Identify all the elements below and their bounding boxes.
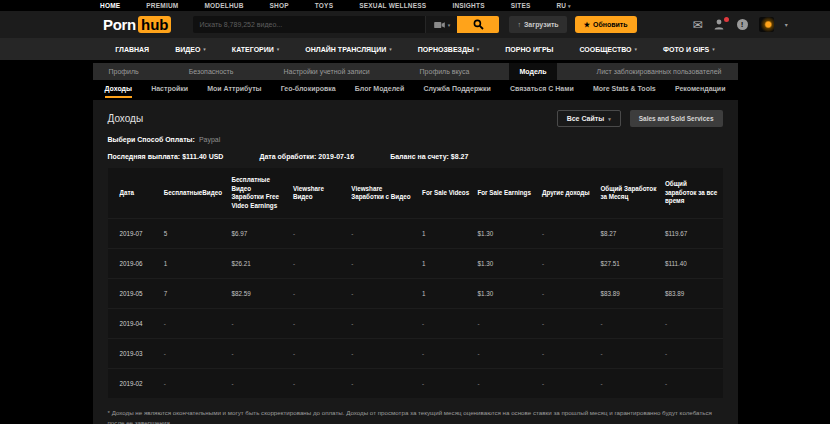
earnings-cell: 7 bbox=[160, 279, 228, 309]
stat-value: $8.27 bbox=[451, 153, 469, 160]
payment-stats-row: Последняя выплата:$111.40 USDДата обрабо… bbox=[108, 153, 723, 160]
earnings-cell: $83.89 bbox=[596, 279, 661, 309]
settings-tab-безопасность[interactable]: Безопасность bbox=[179, 63, 244, 80]
earnings-cell: - bbox=[347, 219, 418, 249]
earnings-cell: - bbox=[418, 339, 473, 369]
earnings-cell: - bbox=[160, 339, 228, 369]
earnings-cell: 1 bbox=[160, 249, 228, 279]
topbar-link-toys[interactable]: TOYS bbox=[315, 2, 333, 9]
earnings-cell: $1.30 bbox=[473, 279, 538, 309]
info-icon[interactable]: ! bbox=[737, 19, 748, 30]
column-header-2: Бесплатные Видео Заработки Free Video Ea… bbox=[227, 168, 289, 219]
chevron-down-icon: ▾ bbox=[608, 116, 611, 122]
model-tabs: ДоходыНастройкиМои АттрибутыГео-блокиров… bbox=[93, 81, 738, 98]
topbar-link-premium[interactable]: PREMIUM bbox=[146, 2, 178, 9]
earnings-cell: - bbox=[227, 339, 289, 369]
topbar-link-home[interactable]: HOME bbox=[100, 2, 120, 9]
earnings-cell: - bbox=[418, 309, 473, 339]
earnings-cell: - bbox=[289, 219, 347, 249]
search-bar: ▾ bbox=[193, 16, 499, 33]
topbar-link-modelhub[interactable]: MODELHUB bbox=[204, 2, 243, 9]
search-input[interactable] bbox=[193, 16, 425, 33]
table-header-row: ДатаБесплатныеВидеоБесплатные Видео Зара… bbox=[108, 168, 723, 219]
earnings-cell: - bbox=[596, 369, 661, 399]
model-tab-гео-блокировка[interactable]: Гео-блокировка bbox=[281, 81, 336, 98]
chevron-down-icon: ▾ bbox=[203, 46, 206, 52]
logo[interactable]: Porn hub bbox=[103, 16, 171, 33]
search-type-dropdown[interactable]: ▾ bbox=[425, 16, 457, 33]
nav-item-видео[interactable]: ВИДЕО▾ bbox=[175, 46, 206, 53]
upgrade-button[interactable]: ★ Обновить bbox=[575, 16, 637, 33]
settings-tab-модель[interactable]: Модель bbox=[509, 63, 556, 80]
topbar-link-sexual-wellness[interactable]: SEXUAL WELLNESS bbox=[359, 2, 426, 9]
earnings-panel: Доходы Все Сайты ▾ Sales and Sold Servic… bbox=[93, 100, 738, 424]
chevron-down-icon: ▾ bbox=[568, 3, 571, 9]
panel-header: Доходы Все Сайты ▾ Sales and Sold Servic… bbox=[108, 110, 723, 127]
model-tab-блог-моделей[interactable]: Блог Моделей bbox=[355, 81, 404, 98]
chevron-down-icon[interactable]: ▾ bbox=[785, 21, 788, 28]
column-header-6: For Sale Earnings bbox=[473, 168, 538, 219]
site-header: Porn hub ▾ ↑ Загрузить bbox=[0, 11, 830, 38]
column-header-8: Общий Заработок за Месяц bbox=[596, 168, 661, 219]
footnote-1: * Доходы не являются окончательными и мо… bbox=[108, 408, 723, 424]
topbar-link-insights[interactable]: INSIGHTS bbox=[452, 2, 484, 9]
earnings-cell: $8.27 bbox=[596, 219, 661, 249]
sales-and-sold-services-button[interactable]: Sales and Sold Services bbox=[630, 110, 723, 127]
model-tab-more-stats-&-tools[interactable]: More Stats & Tools bbox=[593, 81, 656, 98]
earnings-cell: $27.51 bbox=[596, 249, 661, 279]
friends-notifications-button[interactable] bbox=[714, 19, 726, 30]
model-tab-настройки[interactable]: Настройки bbox=[151, 81, 188, 98]
settings-tab-профиль-вкуса[interactable]: Профиль вкуса bbox=[410, 63, 480, 80]
earnings-cell: - bbox=[538, 279, 596, 309]
nav-item-главная[interactable]: ГЛАВНАЯ bbox=[115, 46, 149, 53]
nav-item-label: СООБЩЕСТВО bbox=[579, 46, 631, 53]
settings-tab-лист-заблокированных-пользователей[interactable]: Лист заблокированных пользователей bbox=[587, 63, 732, 80]
earnings-cell: - bbox=[289, 249, 347, 279]
main-nav: ГЛАВНАЯВИДЕО▾КАТЕГОРИИ▾ОНЛАЙН ТРАНСЛЯЦИИ… bbox=[0, 38, 830, 60]
user-avatar[interactable] bbox=[759, 17, 774, 32]
earnings-table-wrap: ДатаБесплатныеВидеоБесплатные Видео Зара… bbox=[108, 168, 723, 398]
nav-item-label: ВИДЕО bbox=[175, 46, 200, 53]
stat-label: Баланс на счету: bbox=[390, 153, 449, 160]
topbar-link-shop[interactable]: SHOP bbox=[270, 2, 289, 9]
earnings-cell: $6.97 bbox=[227, 219, 289, 249]
earnings-cell: - bbox=[347, 279, 418, 309]
earnings-cell: 1 bbox=[418, 219, 473, 249]
nav-item-онлайн-трансляции[interactable]: ОНЛАЙН ТРАНСЛЯЦИИ▾ bbox=[305, 46, 391, 53]
chevron-down-icon: ▾ bbox=[477, 46, 480, 52]
mail-icon[interactable]: ✉ bbox=[693, 18, 703, 32]
earnings-cell: $83.89 bbox=[661, 279, 723, 309]
all-sites-dropdown[interactable]: Все Сайты ▾ bbox=[557, 110, 621, 127]
settings-tab-профиль[interactable]: Профиль bbox=[99, 63, 149, 80]
earnings-cell: - bbox=[473, 369, 538, 399]
earnings-cell: - bbox=[538, 309, 596, 339]
model-tab-рекомендации[interactable]: Рекомендации bbox=[675, 81, 726, 98]
app: HOMEPREMIUMMODELHUBSHOPTOYSSEXUAL WELLNE… bbox=[0, 0, 830, 424]
earnings-cell: - bbox=[289, 279, 347, 309]
footnotes: * Доходы не являются окончательными и мо… bbox=[108, 408, 723, 424]
topbar-link-sites[interactable]: SITES bbox=[511, 2, 531, 9]
search-button[interactable] bbox=[457, 16, 499, 33]
nav-item-фото-и-gifs[interactable]: ФОТО И GIFS▾ bbox=[663, 46, 715, 53]
payment-method-value[interactable]: Paypal bbox=[199, 136, 220, 143]
nav-item-порно-игры[interactable]: ПОРНО ИГРЫ bbox=[505, 46, 553, 53]
language-dropdown[interactable]: RU ▾ bbox=[556, 2, 570, 9]
row-date-cell: 2019-07 bbox=[108, 219, 160, 249]
model-tab-мои-аттрибуты[interactable]: Мои Аттрибуты bbox=[207, 81, 261, 98]
earnings-cell: - bbox=[289, 309, 347, 339]
settings-tab-настройки-учетной-записи[interactable]: Настройки учетной записи bbox=[273, 63, 379, 80]
model-tab-служба-поддержки[interactable]: Служба Поддержки bbox=[423, 81, 490, 98]
chevron-down-icon: ▾ bbox=[635, 46, 638, 52]
stat-label: Последняя выплата: bbox=[108, 153, 181, 160]
earnings-cell: - bbox=[538, 339, 596, 369]
model-tab-связаться-с-нами[interactable]: Связаться С Нами bbox=[510, 81, 574, 98]
notification-badge bbox=[724, 17, 729, 22]
table-row: 2019-075$6.97--1$1.30-$8.27$119.67 bbox=[108, 219, 723, 249]
nav-item-категории[interactable]: КАТЕГОРИИ▾ bbox=[232, 46, 280, 53]
model-tab-доходы[interactable]: Доходы bbox=[105, 81, 133, 98]
nav-item-порнозвезды[interactable]: ПОРНОЗВЕЗДЫ▾ bbox=[418, 46, 480, 53]
column-header-3: Viewshare Видео bbox=[289, 168, 347, 219]
upload-button[interactable]: ↑ Загрузить bbox=[509, 16, 566, 33]
nav-item-сообщество[interactable]: СООБЩЕСТВО▾ bbox=[579, 46, 637, 53]
earnings-cell: - bbox=[661, 309, 723, 339]
